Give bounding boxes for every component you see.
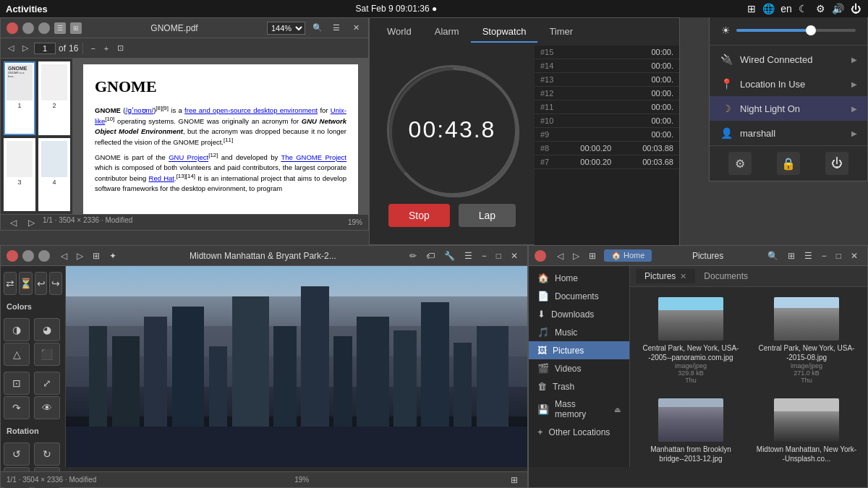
menu-item-night-light[interactable]: ☽ Night Light On ▶: [710, 96, 867, 121]
pdf-status-next[interactable]: ▷: [25, 216, 38, 229]
undo-tool[interactable]: ↩: [35, 272, 48, 295]
fm-nav-mass-memory[interactable]: 💾 Mass memory ⏏: [529, 395, 629, 423]
lock-action-button[interactable]: 🔒: [777, 152, 800, 175]
fm-nav-home[interactable]: 🏠 Home: [529, 269, 629, 287]
fm-nav-trash[interactable]: 🗑 Trash: [529, 377, 629, 395]
pdf-thumb-1[interactable]: GNOME GNOME is a free... 1: [4, 61, 35, 135]
pdf-menu-button[interactable]: ☰: [330, 22, 343, 34]
rotate-ccw-tool[interactable]: ↺: [4, 442, 30, 466]
fm-close-x-btn[interactable]: ✕: [847, 249, 861, 262]
fm-search-btn[interactable]: 🔍: [764, 249, 782, 262]
tab-alarm[interactable]: Alarm: [423, 22, 471, 43]
pdf-close-button[interactable]: [7, 22, 18, 34]
pdf-zoom-select[interactable]: 144%100%75%: [267, 22, 305, 35]
pdf-page-input[interactable]: [34, 43, 56, 54]
redo-tool[interactable]: ↪: [49, 272, 62, 295]
img-min-button[interactable]: [22, 250, 34, 262]
pdf-zoom-out-button[interactable]: −: [88, 43, 98, 54]
file-item-4[interactable]: Midtown Manhattan, New York--Unsplash.co…: [752, 394, 861, 467]
img-info-btn[interactable]: 🔧: [441, 249, 459, 262]
screenshot-icon[interactable]: ⊞: [745, 2, 758, 15]
fm-fwd-btn[interactable]: ▷: [569, 249, 583, 262]
night-mode-icon[interactable]: ☾: [797, 2, 810, 15]
eye-tool[interactable]: 👁: [34, 396, 60, 419]
mass-memory-eject-icon[interactable]: ⏏: [614, 406, 621, 414]
color-balance-tool[interactable]: ⬛: [34, 343, 60, 366]
pdf-close-x-button[interactable]: ✕: [350, 22, 362, 34]
transform-tool[interactable]: ⤢: [34, 372, 60, 395]
contrast-tool[interactable]: ◕: [34, 318, 60, 341]
pdf-main-view[interactable]: GNOME GNOME (/ɡˈnoʊm/)[8][9] is a free a…: [73, 59, 368, 214]
fm-nav-pictures[interactable]: 🖼 Pictures: [529, 341, 629, 359]
img-close-button[interactable]: [7, 250, 18, 262]
fm-fullscreen-btn[interactable]: □: [833, 249, 845, 262]
img-max-button[interactable]: [38, 250, 50, 262]
fm-sort-btn[interactable]: ☰: [801, 249, 816, 262]
tab-stopwatch[interactable]: Stopwatch: [471, 22, 538, 43]
menu-item-wired[interactable]: 🔌 Wired Connected ▶: [710, 47, 867, 72]
pdf-search-button[interactable]: 🔍: [310, 22, 326, 34]
brightness-thumb[interactable]: [806, 25, 816, 35]
pdf-thumb-4[interactable]: 4: [38, 138, 70, 212]
fm-tab-documents[interactable]: Documents: [695, 269, 757, 283]
rotate-cw-tool[interactable]: ↻: [34, 442, 60, 466]
accessibility-icon[interactable]: ⚙: [814, 2, 827, 15]
curve-tool[interactable]: ↷: [4, 396, 30, 419]
fm-tab-pictures-close[interactable]: ✕: [680, 272, 686, 281]
flip-h-tool[interactable]: ⇄: [4, 272, 17, 295]
fm-nav-downloads[interactable]: ⬇ Downloads: [529, 305, 629, 323]
crop-tool[interactable]: ⊡: [4, 372, 30, 395]
fm-minimize-btn[interactable]: −: [818, 249, 830, 262]
pdf-prev-page-button[interactable]: ◁: [5, 42, 17, 54]
fm-files-area[interactable]: Central Park, New York, USA--2005--panor…: [630, 287, 867, 467]
lang-icon[interactable]: en: [780, 2, 793, 15]
settings-action-button[interactable]: ⚙: [728, 152, 752, 175]
fm-nav-other-locations[interactable]: + Other Locations: [529, 423, 629, 441]
brightness-slider[interactable]: [736, 29, 856, 32]
fm-close-button[interactable]: [535, 250, 546, 262]
file-item-2[interactable]: Central Park, New York, USA--2015-08.jpg…: [752, 293, 861, 388]
globe-icon[interactable]: 🌐: [762, 2, 775, 15]
img-minimize-btn[interactable]: −: [478, 249, 490, 262]
pdf-thumb-2[interactable]: 2: [38, 61, 70, 135]
img-star-btn[interactable]: ✦: [106, 249, 120, 262]
sw-stop-button[interactable]: Stop: [388, 204, 450, 227]
pdf-maximize-button[interactable]: [38, 22, 50, 34]
img-close-x-btn[interactable]: ✕: [507, 249, 522, 262]
img-home-btn[interactable]: ⊞: [89, 249, 103, 262]
img-tag-btn[interactable]: 🏷: [422, 249, 438, 262]
img-next-btn[interactable]: ▷: [73, 249, 87, 262]
fm-view-btn[interactable]: ⊞: [784, 249, 799, 262]
fm-tab-pictures[interactable]: Pictures ✕: [636, 269, 695, 283]
menu-item-location[interactable]: 📍 Location In Use ▶: [710, 72, 867, 96]
fm-nav-documents[interactable]: 📄 Documents: [529, 287, 629, 305]
fm-nav-music[interactable]: 🎵 Music: [529, 323, 629, 341]
flip-v-tool[interactable]: ⏳: [19, 272, 33, 295]
fm-up-btn[interactable]: ⊞: [585, 249, 600, 262]
pdf-fit-toggle[interactable]: ⊞: [70, 22, 82, 34]
tab-timer[interactable]: Timer: [537, 22, 584, 43]
file-item-1[interactable]: Central Park, New York, USA--2005--panor…: [636, 293, 746, 388]
img-fullscreen-btn[interactable]: □: [493, 249, 505, 262]
fm-nav-videos[interactable]: 🎬 Videos: [529, 359, 629, 377]
fm-back-btn[interactable]: ◁: [553, 249, 567, 262]
pdf-sidebar-toggle[interactable]: ☰: [54, 22, 66, 34]
power-action-button[interactable]: ⏻: [825, 152, 848, 175]
power-icon[interactable]: ⏻: [849, 2, 862, 15]
tab-world[interactable]: World: [375, 22, 423, 43]
histogram-tool[interactable]: △: [4, 343, 30, 366]
pdf-zoom-in-button[interactable]: +: [101, 43, 111, 54]
img-overflow-btn[interactable]: ☰: [461, 249, 476, 262]
img-fullscreen-status-btn[interactable]: ⊞: [507, 474, 522, 487]
pdf-next-page-button[interactable]: ▷: [20, 42, 31, 54]
brightness-tool[interactable]: ◑: [4, 318, 30, 341]
file-item-3[interactable]: Manhattan from Brooklyn bridge--2013-12.…: [636, 394, 746, 467]
img-edit-btn[interactable]: ✏: [406, 249, 420, 262]
pdf-thumb-3[interactable]: 3: [4, 138, 35, 212]
menu-item-user[interactable]: 👤 marshall ▶: [710, 121, 867, 145]
sw-lap-button[interactable]: Lap: [459, 204, 516, 227]
img-editor-canvas[interactable]: [66, 266, 527, 467]
activities-button[interactable]: Activities: [6, 4, 48, 14]
volume-icon[interactable]: 🔊: [832, 2, 845, 15]
img-prev-btn[interactable]: ◁: [57, 249, 71, 262]
